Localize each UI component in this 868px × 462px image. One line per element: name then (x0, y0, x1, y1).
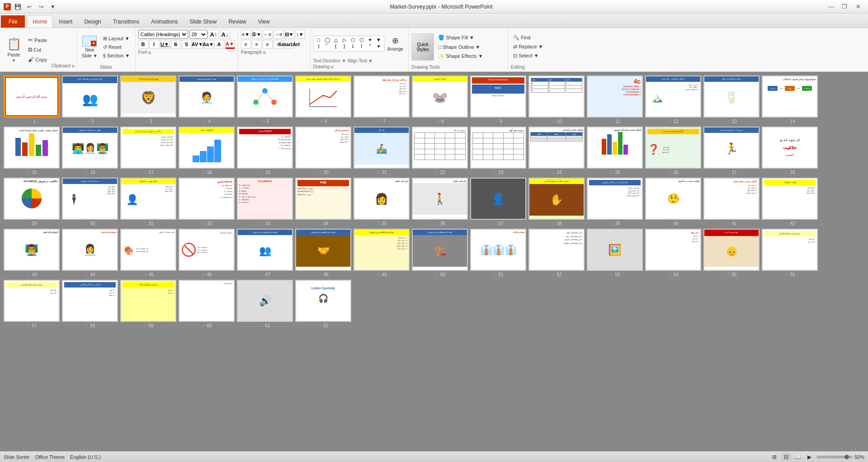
slide-box[interactable]: شناسایی اهداف • هدف اول• هدف دوم• هدف سو… (295, 127, 351, 169)
slide-box[interactable]: در طارد دریدن از رتبل بلوغ • متن اول• مت… (354, 75, 410, 118)
slide-box[interactable]: روشناس قطعی‌ترین فروش 🏗️ (412, 229, 468, 271)
slide-box[interactable]: تقاضا چیست 🐭 (412, 75, 468, 118)
slide-box[interactable]: مهندسی کندی 👴 (703, 229, 760, 271)
slide-box[interactable]: بازار شناسی و مسایل بازار 👥 (62, 75, 118, 118)
slide-box[interactable]: AIDAS قانون A - AttentionI - InterestD -… (179, 178, 235, 220)
slide-box[interactable]: روشناس قطعی‌ترین فروش 👥 (237, 229, 293, 271)
text-direction-button[interactable]: Text Direction ▼ (313, 58, 346, 63)
format-painter-button[interactable]: 🖌 Copy (26, 55, 49, 64)
slide-box[interactable]: بهبود تخصیص فروش 🧑‍💼 (179, 75, 235, 118)
reading-view-btn[interactable]: 📖 (793, 453, 803, 461)
arrange-button[interactable]: ⊕ Arrange (385, 30, 406, 57)
shadow-btn[interactable]: S (182, 40, 192, 49)
redo-quick-btn[interactable]: ↪ (36, 2, 46, 12)
font-family-select[interactable]: Calibri (Headings) (138, 30, 188, 39)
align-right-btn[interactable]: ≡ (263, 40, 273, 49)
align-center-btn[interactable]: ≡ (252, 40, 262, 49)
slide-box[interactable]: SCAMPER S - SubstituteC - CombineA - Ada… (237, 178, 293, 220)
slide-box[interactable]: مرحله رقابتی‌طور طبیعی پیش بینی (295, 75, 351, 118)
slide-box[interactable]: متن توضیحی (179, 280, 235, 322)
increase-font-btn[interactable]: A↑ (209, 30, 219, 39)
slide-box[interactable]: چند جمله از خود 🍖 متن توضیحی اولمتن توضی… (120, 229, 176, 271)
tab-animations[interactable]: Animations (145, 15, 184, 28)
copy-button[interactable]: ⧉ Cut (26, 45, 49, 54)
shape-palette[interactable]: □ ◯ △ ▷ ⬠ ⬡ ✦ ▼ ⟩ ⌒ { } ⤹ ⌇ ⌃ (313, 36, 384, 52)
reset-button[interactable]: ↺ Reset (101, 43, 132, 51)
slide-box[interactable]: متون تکراری 🚫 • ممنوعیت اول• ممنوعیت دوم… (179, 229, 235, 271)
slide-box[interactable]: مدیریت بش آورد (470, 127, 526, 169)
slide-box[interactable]: Price Promotion MIX Place Product (470, 75, 526, 118)
font-color-btn[interactable]: A▼ (225, 40, 235, 49)
new-slide-button[interactable]: + New Slide ▼ (80, 33, 100, 61)
slide-box[interactable]: فروش‌های نقش 👩‍💼 (62, 229, 118, 271)
layout-button[interactable]: ⊞ Layout ▼ (101, 35, 132, 42)
find-button[interactable]: 🔍 Find (511, 34, 551, 42)
align-text-button[interactable]: Align Text ▼ (348, 58, 373, 63)
slide-box[interactable]: فروش‌های نقش 👨‍🏫 (4, 229, 60, 271)
slide-box[interactable]: نمودار فرایند رفتار مصرف کنندگان مرحله ۱… (762, 75, 818, 118)
slide-box[interactable]: اهداف نقدی و اعمالی فروش (587, 127, 643, 169)
slide-box[interactable]: ماشین فروش (بیمه درمان) • نکته اول: توضی… (120, 127, 176, 169)
change-case-btn[interactable]: Aa▼ (203, 40, 213, 49)
font-size-select[interactable]: 28 (189, 30, 208, 39)
slide-box[interactable]: سرپرست معتمل احرار • آیتم اول• آیتم دوم (762, 229, 818, 271)
bullets-btn[interactable]: ≡▼ (241, 30, 251, 39)
slide-box[interactable]: بازر بانی نقش 🚶 (412, 178, 468, 220)
slide-box[interactable]: 🔊 (237, 280, 293, 322)
slide-box[interactable]: تسخیر رقابت 👔👔👔 (470, 229, 526, 271)
slide-box[interactable]: ای سود نام توخلاقیتاست (762, 127, 818, 169)
slide-sorter-btn[interactable]: ⊟ (781, 453, 791, 461)
maximize-btn[interactable]: ❐ (838, 2, 851, 11)
slide-box[interactable]: Listen Carefully 🎧 (295, 280, 351, 322)
slide-box[interactable]: نمونه هایی از موضع گیری ✋ (528, 178, 585, 220)
slide-box[interactable]: متن توضیحی اولمتن توضیحی دوممتن توضیحی س… (528, 229, 585, 271)
slide-box[interactable]: خلاقیت در فروش SCAMPER (4, 178, 60, 220)
tab-home[interactable]: Home (27, 15, 53, 28)
slide-box[interactable]: رفتار و رقابت در بازار 🥛 (703, 75, 760, 118)
close-btn[interactable]: ✕ (852, 2, 864, 11)
normal-view-btn[interactable]: ⊞ (769, 453, 779, 461)
slide-box[interactable]: اهداف SMART S - SpecificM - MeasurableA … (237, 127, 293, 169)
strikethrough-btn[interactable]: S (171, 40, 181, 49)
slide-box[interactable]: اهداف نقدی و اعمالی هدفمقدارزمان (528, 127, 585, 169)
slide-box[interactable]: ارزیابی وقایع ارتباط • بند اول• بند دوم (120, 280, 176, 322)
slide-box[interactable]: بسم الله الرحمن الرحیم (4, 75, 60, 118)
save-quick-btn[interactable]: 💾 (13, 2, 23, 12)
slide-box[interactable]: 4c • Customer Value• Cost to Customer• C… (587, 75, 643, 118)
line-spacing-btn[interactable]: ↕▼ (295, 30, 305, 39)
slide-box[interactable]: 👤 (470, 178, 526, 220)
quick-styles-button[interactable]: QuickStyles (411, 33, 434, 61)
slide-box[interactable]: نمودار عوامل مؤثر بر رفتار مصرف کننده (4, 127, 60, 169)
col-count-btn[interactable]: ⊟▼ (284, 30, 294, 39)
tab-insert[interactable]: Insert (53, 15, 78, 28)
tab-review[interactable]: Review (222, 15, 252, 28)
slide-box[interactable]: مبنای اصلی فروش 🕴️ • اصل اول• اصل دوم• ا… (62, 178, 118, 220)
undo-quick-btn[interactable]: ↩ (24, 2, 34, 12)
bold-btn[interactable]: B (138, 40, 148, 49)
customize-quick-btn[interactable]: ▼ (48, 2, 58, 12)
zoom-slider[interactable] (816, 456, 853, 458)
slide-box[interactable]: Col1Col2Col3 ABC DEF GHI (528, 75, 585, 118)
paste-button[interactable]: 📋 Paste ▼ (4, 36, 24, 64)
slide-box[interactable]: الگوی اثربخشی شرکت ❓ • آیتم اول• آیتم دو… (645, 127, 701, 169)
slide-box[interactable]: روشناس قطعی‌ترین فروش 1- روش اول2- روش د… (354, 229, 410, 271)
slide-box[interactable]: اهداف بازاریابی بازار باش 🏔️ • ارزیابی ب… (645, 75, 701, 118)
slide-box[interactable]: چهار بوری در فروش 👤 • روش اول• روش دوم• … (120, 178, 176, 220)
slide-box[interactable]: متن مهم • بند اول• بند دوم• بند سوم (645, 229, 701, 271)
cut-button[interactable]: ✂ Paste (26, 36, 49, 44)
slide-box[interactable]: چگونه بررسی بیشتر نقش • ارزیابی اول• ارز… (703, 178, 760, 220)
slideshow-view-btn[interactable]: ▶ (805, 453, 815, 461)
slide-box[interactable]: تیم کار 🚣‍♂️ (354, 127, 410, 169)
decrease-indent-btn[interactable]: ←≡ (263, 30, 273, 39)
clear-format-btn[interactable]: A (214, 40, 224, 49)
shape-outline-button[interactable]: □ Shape Outline ▼ (436, 43, 485, 51)
shape-fill-button[interactable]: 🪣 Shape Fill ▼ (436, 34, 485, 42)
shape-effects-button[interactable]: ✨ Shape Effects ▼ (436, 52, 485, 60)
align-left-btn[interactable]: ≡ (241, 40, 251, 49)
slide-box[interactable]: بهبود تخصیص فرشات 🦁 (120, 75, 176, 118)
slide-box[interactable]: جدول تیم کار (412, 127, 468, 169)
smartart-btn[interactable]: SmartArt (284, 40, 294, 49)
slide-box[interactable]: روشناس قطعی‌ترین فروش 🤝 (295, 229, 351, 271)
tab-file[interactable]: File (1, 15, 25, 28)
slide-box[interactable]: اعتبار دادن در مذاکره فروش • نکته اول مذ… (587, 178, 643, 220)
